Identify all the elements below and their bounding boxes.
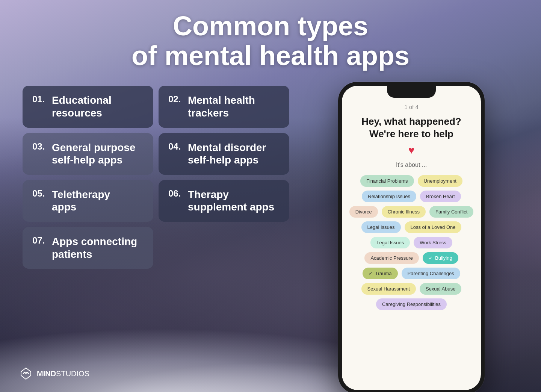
logo-text: MINDSTUDIOS — [37, 369, 89, 378]
card-number-07: 07. — [32, 235, 47, 246]
card-label-05: Teletherapyapps — [52, 188, 110, 213]
heart-icon: ♥ — [408, 144, 415, 156]
card-label-02: Mental healthtrackers — [188, 94, 255, 119]
card-number-02: 02. — [168, 94, 183, 104]
phone-section: 1 of 4 Hey, what happened?We're here to … — [297, 82, 526, 392]
tag-11[interactable]: Academic Pressure — [364, 252, 419, 264]
phone-subtitle: It's about ... — [396, 162, 427, 168]
cards-grid: 01.Educationalresources02.Mental healtht… — [15, 82, 297, 392]
card-label-03: General purposeself-help apps — [52, 141, 136, 166]
card-label-04: Mental disorderself-help apps — [188, 141, 266, 166]
card-number-06: 06. — [168, 188, 183, 199]
logo-area: MINDSTUDIOS — [19, 366, 89, 381]
card-number-05: 05. — [32, 188, 47, 199]
tag-12[interactable]: ✓Bullying — [423, 252, 458, 264]
card-number-03: 03. — [32, 141, 47, 152]
tag-7[interactable]: Legal Issues — [361, 221, 401, 233]
app-card-01: 01.Educationalresources — [23, 86, 153, 127]
title-line1: Common types — [173, 11, 368, 41]
app-card-02: 02.Mental healthtrackers — [159, 86, 289, 127]
app-card-06: 06.Therapysupplement apps — [159, 180, 289, 222]
tag-2[interactable]: Relationship Issues — [362, 191, 416, 202]
mindstudios-logo-icon — [19, 366, 33, 381]
app-card-03: 03.General purposeself-help apps — [23, 133, 153, 175]
body-section: 01.Educationalresources02.Mental healtht… — [0, 82, 541, 392]
tag-9[interactable]: Legal Issues — [370, 237, 410, 248]
tag-16[interactable]: Sexual Abuse — [420, 283, 462, 295]
tag-10[interactable]: Work Stress — [414, 237, 452, 248]
tag-1[interactable]: Unemployment — [418, 175, 462, 187]
app-card-07: 07.Apps connectingpatients — [23, 227, 153, 269]
tag-5[interactable]: Chronic Illness — [382, 206, 426, 218]
tag-8[interactable]: Loss of a Loved One — [405, 221, 462, 233]
app-card-04: 04.Mental disorderself-help apps — [159, 133, 289, 175]
phone-device: 1 of 4 Hey, what happened?We're here to … — [338, 82, 485, 392]
tag-4[interactable]: Divorce — [349, 206, 378, 218]
card-label-07: Apps connectingpatients — [52, 235, 137, 260]
logo-light: STUDIOS — [56, 369, 89, 378]
tag-6[interactable]: Family Conflict — [429, 206, 473, 218]
main-title: Common types of mental health apps — [131, 11, 410, 71]
card-number-01: 01. — [32, 94, 47, 104]
tag-13[interactable]: ✓Trauma — [363, 268, 397, 279]
phone-notch — [387, 86, 436, 98]
phone-heading: Hey, what happened?We're here to help — [354, 115, 468, 140]
phone-screen: 1 of 4 Hey, what happened?We're here to … — [342, 86, 481, 390]
tag-14[interactable]: Parenting Challenges — [402, 268, 460, 279]
logo-bold: MIND — [37, 369, 56, 378]
main-content: Common types of mental health apps 01.Ed… — [0, 0, 541, 392]
app-card-05: 05.Teletherapyapps — [23, 180, 153, 222]
phone-pagination: 1 of 4 — [404, 104, 419, 110]
title-section: Common types of mental health apps — [131, 0, 410, 71]
card-label-06: Therapysupplement apps — [188, 188, 274, 213]
tag-17[interactable]: Caregiving Responsibilities — [376, 298, 447, 310]
tag-15[interactable]: Sexual Harassment — [361, 283, 416, 295]
tag-0[interactable]: Financial Problems — [360, 175, 414, 187]
tag-3[interactable]: Broken Heart — [420, 191, 461, 202]
tags-container: Financial ProblemsUnemploymentRelationsh… — [342, 175, 481, 310]
title-line2: of mental health apps — [131, 41, 410, 71]
card-number-04: 04. — [168, 141, 183, 152]
card-label-01: Educationalresources — [52, 94, 112, 119]
